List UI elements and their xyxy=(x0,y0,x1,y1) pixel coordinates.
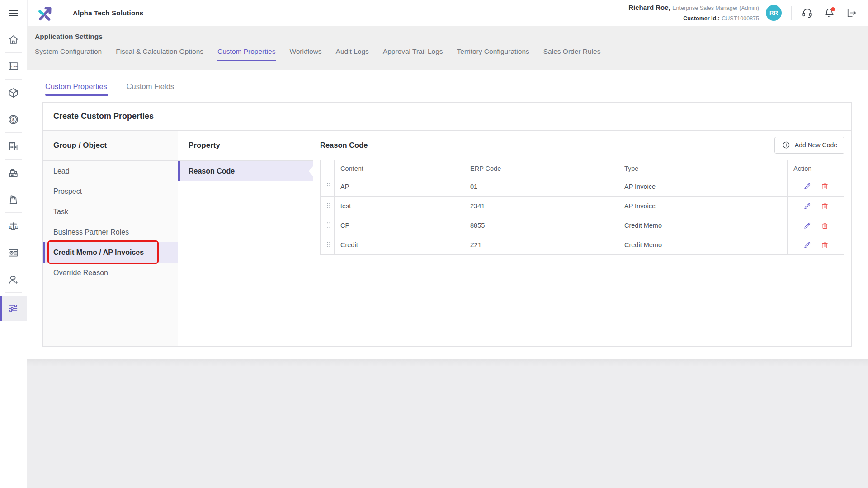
page-title: Application Settings xyxy=(35,33,868,41)
debit-credit-scale-icon: DC xyxy=(7,220,19,232)
report-card-icon xyxy=(7,247,19,259)
group-object-column: Group / Object LeadProspectTaskBusiness … xyxy=(43,131,178,346)
tab-workflows[interactable]: Workflows xyxy=(289,47,321,61)
group-item-task[interactable]: Task xyxy=(43,202,178,222)
column-header-erp-code: ERP Code xyxy=(464,160,618,177)
sidebar-item-settings-sliders[interactable] xyxy=(0,296,27,321)
create-custom-properties-panel: Create Custom Properties Group / Object … xyxy=(42,102,852,347)
drag-handle[interactable] xyxy=(321,216,335,235)
sidebar-divider xyxy=(5,79,22,80)
reason-code-section-header: Reason Code Add New Code xyxy=(320,131,844,160)
tab-approval-trail-logs[interactable]: Approval Trail Logs xyxy=(383,47,443,61)
cell-type: Credit Memo xyxy=(618,235,788,255)
drag-handle-icon xyxy=(324,240,330,249)
topbar-right-cluster: Richard Roe, Enterprise Sales Manager (A… xyxy=(628,3,868,23)
main-area: Application Settings System Configuratio… xyxy=(27,26,868,488)
tab-system-configuration[interactable]: System Configuration xyxy=(35,47,102,61)
sidebar-item-currency-coin[interactable]: $ xyxy=(0,109,27,130)
drag-handle-icon xyxy=(324,221,330,230)
user-name: Richard Roe, xyxy=(628,4,670,11)
company-building-icon xyxy=(7,140,19,152)
sidebar-item-home[interactable] xyxy=(0,29,27,50)
table-row: test2341AP Invoice xyxy=(321,197,844,216)
currency-coin-icon: $ xyxy=(7,113,19,126)
drag-handle[interactable] xyxy=(321,197,335,216)
section-title: Reason Code xyxy=(320,141,368,150)
support-headset-icon[interactable] xyxy=(801,7,814,19)
delete-trash-icon[interactable] xyxy=(821,241,829,249)
hamburger-icon xyxy=(8,8,19,19)
group-item-lead[interactable]: Lead xyxy=(43,161,178,181)
cell-erp-code: 2341 xyxy=(464,197,618,216)
user-info: Richard Roe, Enterprise Sales Manager (A… xyxy=(628,3,759,23)
drag-handle[interactable] xyxy=(321,177,335,197)
logo-x-arrow-icon xyxy=(35,4,54,23)
sidebar-item-shopping-bag[interactable] xyxy=(0,189,27,210)
drag-handle[interactable] xyxy=(321,235,335,255)
app-logo[interactable] xyxy=(27,0,61,26)
sidebar-item-debit-credit-scale[interactable]: DC xyxy=(0,216,27,236)
settings-header-strip: Application Settings System Configuratio… xyxy=(27,26,868,70)
property-item-reason-code[interactable]: Reason Code xyxy=(178,161,313,181)
tab-territory-configurations[interactable]: Territory Configurations xyxy=(457,47,529,61)
settings-sliders-icon xyxy=(7,302,19,314)
drag-handle-icon xyxy=(324,181,330,190)
sidebar-divider xyxy=(5,186,22,186)
sidebar-item-cash-register[interactable] xyxy=(0,162,27,183)
cell-type: AP Invoice xyxy=(618,177,788,197)
sub-tabs: Custom PropertiesCustom Fields xyxy=(42,82,852,96)
drag-column-header xyxy=(321,160,335,177)
page-background xyxy=(27,359,868,488)
sidebar-divider xyxy=(5,132,22,133)
sidebar-divider xyxy=(5,239,22,239)
cell-content: test xyxy=(335,197,464,216)
logout-icon[interactable] xyxy=(845,7,858,19)
table-row: AP01AP Invoice xyxy=(321,177,844,197)
cell-erp-code: Z21 xyxy=(464,235,618,255)
panel-title: Create Custom Properties xyxy=(43,103,851,131)
delete-trash-icon[interactable] xyxy=(821,221,829,230)
sidebar-divider xyxy=(5,106,22,106)
cell-erp-code: 01 xyxy=(464,177,618,197)
content-area: Custom PropertiesCustom Fields Create Cu… xyxy=(27,70,868,359)
tab-fiscal-calculation-options[interactable]: Fiscal & Calculation Options xyxy=(116,47,203,61)
column-header-type: Type xyxy=(618,160,788,177)
delete-trash-icon[interactable] xyxy=(821,202,829,211)
group-item-business-partner-roles[interactable]: Business Partner Roles xyxy=(43,222,178,242)
edit-pencil-icon[interactable] xyxy=(803,221,811,230)
sidebar-item-company-building[interactable] xyxy=(0,136,27,156)
subtab-custom-properties[interactable]: Custom Properties xyxy=(45,82,107,96)
notifications-bell-icon[interactable] xyxy=(823,7,836,19)
tab-audit-logs[interactable]: Audit Logs xyxy=(336,47,369,61)
cell-action xyxy=(788,235,844,255)
sidebar-divider xyxy=(5,159,22,160)
subtab-custom-fields[interactable]: Custom Fields xyxy=(127,82,174,96)
group-item-override-reason[interactable]: Override Reason xyxy=(43,263,178,283)
avatar[interactable]: RR xyxy=(766,5,782,21)
vertical-divider xyxy=(791,6,792,20)
edit-pencil-icon[interactable] xyxy=(803,241,811,249)
sidebar-item-report-card[interactable] xyxy=(0,242,27,263)
cell-content: CP xyxy=(335,216,464,235)
svg-text:CRM: CRM xyxy=(11,65,18,67)
group-item-prospect[interactable]: Prospect xyxy=(43,181,178,202)
edit-pencil-icon[interactable] xyxy=(803,202,811,211)
cash-register-icon xyxy=(7,167,19,179)
hamburger-menu-button[interactable] xyxy=(0,8,27,19)
delete-trash-icon[interactable] xyxy=(821,182,829,191)
sidebar-item-package[interactable] xyxy=(0,82,27,103)
sidebar: CRM$DC xyxy=(0,26,27,488)
edit-pencil-icon[interactable] xyxy=(803,182,811,191)
tab-sales-order-rules[interactable]: Sales Order Rules xyxy=(543,47,601,61)
add-new-code-button[interactable]: Add New Code xyxy=(774,137,844,154)
home-icon xyxy=(7,33,19,46)
sidebar-item-add-user[interactable] xyxy=(0,269,27,290)
group-item-credit-memo-ap-invoices[interactable]: Credit Memo / AP Invoices xyxy=(43,242,178,263)
customer-id-value: CUST1000875 xyxy=(722,15,759,22)
tab-custom-properties[interactable]: Custom Properties xyxy=(217,47,275,61)
table-row: CP8855Credit Memo xyxy=(321,216,844,235)
crm-binder-icon: CRM xyxy=(7,60,19,72)
group-object-header: Group / Object xyxy=(43,131,178,161)
plus-circle-icon xyxy=(782,141,791,150)
sidebar-item-crm-binder[interactable]: CRM xyxy=(0,56,27,76)
